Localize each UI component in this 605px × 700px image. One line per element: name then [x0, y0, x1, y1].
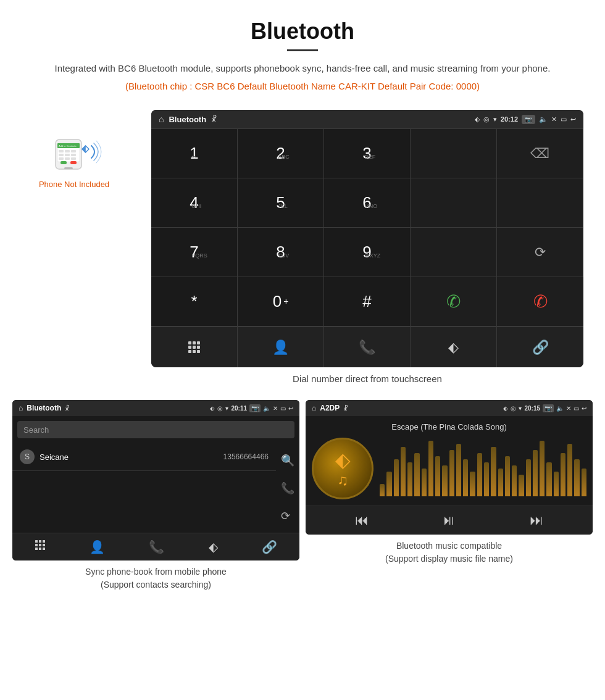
volume-icon[interactable]: 🔈	[539, 115, 548, 123]
dial-tool-phone[interactable]: 📞	[324, 327, 411, 367]
svg-rect-20	[188, 346, 191, 349]
dial-screen-container: ⌂ Bluetooth ☧ ⬖ ◎ ▾ 20:12 📷 🔈 ✕ ▭ ↩	[142, 110, 593, 394]
dial-key-0[interactable]: 0+	[238, 277, 324, 327]
dial-tool-bluetooth[interactable]: ⬖	[411, 327, 497, 367]
main-content: Add to Contacts ⬖	[0, 110, 605, 394]
back-icon[interactable]: ↩	[570, 115, 576, 123]
svg-rect-12	[71, 157, 76, 160]
ms-home-icon[interactable]: ⌂	[312, 404, 316, 412]
pb-signal-icon: ▾	[225, 405, 228, 412]
signal-icon: ▾	[493, 115, 497, 123]
music-caption-line2: (Support display music file name)	[385, 552, 513, 565]
dial-key-2[interactable]: 2ABC	[238, 129, 324, 178]
ms-app-name: A2DP	[320, 404, 340, 412]
pb-minimize[interactable]: ▭	[280, 405, 286, 412]
phonebook-caption: Sync phone-book from mobile phone (Suppo…	[85, 565, 227, 591]
dial-refresh-cell[interactable]: ⟳	[497, 228, 583, 277]
pb-tool-person[interactable]: 👤	[90, 540, 105, 554]
dial-call-red-cell[interactable]: ✆	[497, 277, 583, 327]
dial-key-star[interactable]: *	[151, 277, 238, 327]
music-statusbar: ⌂ A2DP ☧ ⬖ ◎ ▾ 20:15 📷 🔈 ✕ ▭ ↩	[306, 400, 593, 416]
dial-key-1[interactable]: 1••	[151, 129, 238, 178]
dial-call-green-cell[interactable]: ✆	[411, 277, 497, 327]
prev-track-icon[interactable]: ⏮	[355, 512, 369, 528]
eq-bar	[540, 441, 544, 496]
pb-close[interactable]: ✕	[273, 405, 278, 412]
dial-statusbar: ⌂ Bluetooth ☧ ⬖ ◎ ▾ 20:12 📷 🔈 ✕ ▭ ↩	[151, 110, 583, 128]
pb-app-name: Bluetooth	[27, 404, 61, 412]
dial-key-7[interactable]: 7PQRS	[151, 228, 238, 277]
phonebook-empty-space	[12, 471, 276, 533]
phonebook-statusbar: ⌂ Bluetooth ☧ ⬖ ◎ ▾ 20:11 📷 🔈 ✕ ▭ ↩	[12, 400, 299, 416]
phonebook-main-row: S Seicane 13566664466 🔍 📞 ⟳	[12, 443, 299, 533]
ms-volume[interactable]: 🔈	[556, 405, 564, 412]
ms-back[interactable]: ↩	[582, 405, 586, 412]
play-pause-icon[interactable]: ⏯	[442, 512, 456, 528]
svg-rect-22	[197, 346, 200, 349]
pb-refresh-icon[interactable]: ⟳	[281, 509, 294, 523]
camera-icon[interactable]: 📷	[522, 115, 535, 124]
pb-home-icon[interactable]: ⌂	[19, 404, 23, 412]
dial-tool-keypad[interactable]	[151, 327, 238, 367]
svg-rect-25	[197, 350, 200, 353]
pb-tool-bt[interactable]: ⬖	[209, 540, 218, 554]
pb-tool-link[interactable]: 🔗	[262, 540, 277, 554]
pb-back[interactable]: ↩	[288, 405, 293, 412]
dial-statusbar-left: ⌂ Bluetooth ☧	[159, 114, 217, 124]
dial-key-9[interactable]: 9WXYZ	[324, 228, 411, 277]
title-underline	[287, 49, 318, 51]
svg-rect-23	[188, 350, 191, 353]
phonebook-caption-line1: Sync phone-book from mobile phone	[85, 565, 227, 578]
dial-statusbar-right: ⬖ ◎ ▾ 20:12 📷 🔈 ✕ ▭ ↩	[475, 115, 576, 124]
svg-rect-32	[35, 548, 38, 550]
svg-rect-26	[35, 540, 38, 543]
time-display: 20:12	[501, 115, 518, 123]
next-track-icon[interactable]: ⏭	[530, 512, 543, 528]
pb-bt-icon: ⬖	[210, 405, 215, 412]
pb-volume[interactable]: 🔈	[263, 405, 270, 412]
eq-bar	[407, 462, 412, 496]
dial-key-hash[interactable]: #	[324, 277, 411, 327]
svg-rect-8	[65, 154, 70, 156]
phonebook-contact[interactable]: S Seicane 13566664466	[12, 443, 276, 471]
close-icon[interactable]: ✕	[551, 115, 557, 123]
phonebook-caption-line2: (Support contacts searching)	[85, 578, 227, 591]
dial-key-4[interactable]: 4GHI	[151, 178, 238, 228]
pb-tool-keypad[interactable]	[35, 540, 46, 554]
svg-rect-5	[65, 150, 70, 152]
svg-rect-28	[43, 540, 45, 543]
pb-tool-phone[interactable]: 📞	[149, 540, 164, 554]
eq-bar	[477, 453, 482, 496]
ms-camera[interactable]: 📷	[543, 404, 554, 412]
ms-close[interactable]: ✕	[566, 405, 571, 412]
dial-key-6[interactable]: 6MNO	[324, 178, 411, 228]
eq-bar	[484, 462, 489, 496]
dial-tool-link[interactable]: 🔗	[497, 327, 583, 367]
svg-rect-31	[43, 544, 45, 546]
home-icon[interactable]: ⌂	[159, 114, 164, 124]
page-title: Bluetooth	[37, 19, 568, 44]
svg-rect-27	[39, 540, 41, 543]
music-song-title: Escape (The Pina Colada Song)	[391, 422, 506, 431]
phone-area: Add to Contacts ⬖	[12, 110, 136, 394]
pb-phone-side-icon[interactable]: 📞	[281, 481, 294, 495]
phonebook-search-bar[interactable]: Search	[17, 421, 294, 438]
eq-bar	[463, 459, 468, 496]
svg-rect-18	[193, 341, 196, 344]
dial-empty-1	[411, 178, 497, 228]
pb-usb-icon: ☧	[65, 405, 70, 412]
call-answer-icon: ✆	[446, 291, 461, 312]
ms-minimize[interactable]: ▭	[574, 405, 579, 412]
svg-rect-11	[65, 157, 70, 160]
dial-key-8[interactable]: 8TUV	[238, 228, 324, 277]
contact-number: 13566664466	[223, 452, 269, 461]
dial-tool-contacts[interactable]: 👤	[238, 327, 324, 367]
dial-key-3[interactable]: 3DEF	[324, 129, 411, 178]
dial-backspace-cell[interactable]: ⌫	[497, 129, 583, 178]
dial-key-5[interactable]: 5JKL	[238, 178, 324, 228]
phone-icon: 📞	[359, 340, 375, 356]
eq-bar	[435, 456, 440, 496]
minimize-icon[interactable]: ▭	[561, 115, 567, 123]
pb-search-icon[interactable]: 🔍	[281, 454, 294, 467]
pb-camera[interactable]: 📷	[249, 404, 261, 412]
